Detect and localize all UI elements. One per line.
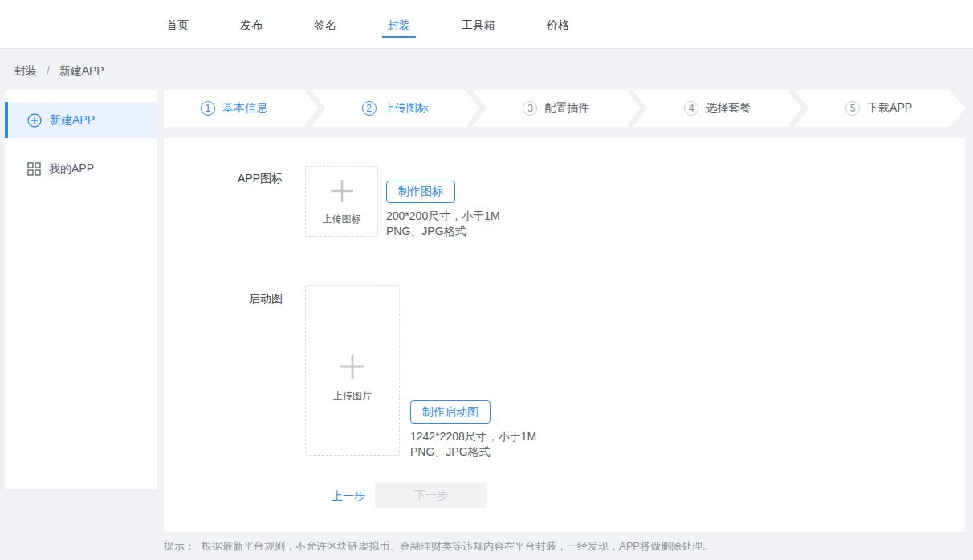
nav-item-toolbox[interactable]: 工具箱 — [456, 18, 501, 38]
nav-item-package[interactable]: 封装 — [382, 18, 416, 38]
step-label: 基本信息 — [222, 101, 267, 116]
main-panel: APP图标 上传图标 制作图标 200*200尺寸，小于1M PNG、JPG格式… — [164, 138, 965, 532]
step-1-basic-info: 1 基本信息 — [164, 101, 304, 116]
nav-item-home[interactable]: 首页 — [161, 18, 194, 38]
step-2-upload-icon: 2 上传图标 — [325, 101, 466, 116]
step-4-choose-plan: 4 选择套餐 — [647, 101, 788, 116]
step-number: 3 — [523, 101, 537, 116]
grid-icon — [27, 162, 41, 176]
steps-bar: 1 基本信息 2 上传图标 3 配置插件 4 选择套餐 5 下载APP — [164, 90, 949, 127]
plus-icon — [328, 177, 356, 205]
nav-item-publish[interactable]: 发布 — [234, 18, 268, 38]
splash-hint: 1242*2208尺寸，小于1M PNG、JPG格式 — [410, 429, 536, 460]
step-3-configure-plugins: 3 配置插件 — [486, 101, 627, 116]
breadcrumb: 封装 / 新建APP — [14, 64, 104, 79]
hint-size-line: 1242*2208尺寸，小于1M — [410, 429, 536, 444]
step-label: 配置插件 — [544, 101, 589, 116]
splash-upload-dropzone[interactable]: 上传图片 — [305, 285, 400, 456]
step-number: 4 — [684, 101, 698, 116]
hint-format-line: PNG、JPG格式 — [386, 224, 500, 239]
hint-size-line: 200*200尺寸，小于1M — [386, 209, 500, 224]
app-icon-label: APP图标 — [164, 172, 283, 185]
previous-step-button[interactable]: 上一步 — [332, 489, 365, 504]
nav-item-price[interactable]: 价格 — [541, 18, 575, 38]
nav-item-sign[interactable]: 签名 — [308, 18, 342, 38]
upload-caption: 上传图标 — [323, 213, 361, 226]
step-number: 1 — [201, 101, 215, 116]
step-label: 上传图标 — [384, 101, 429, 116]
chevron-right-icon — [304, 90, 325, 127]
tip-text: 根据最新平台规则，不允许区块链虚拟币、金融理财类等违规内容在平台封装，一经发现，… — [202, 540, 713, 552]
next-step-button[interactable]: 下一步 — [375, 483, 487, 508]
sidebar-item-my-app[interactable]: 我的APP — [5, 151, 157, 187]
step-5-download-app: 5 下载APP — [808, 101, 949, 116]
breadcrumb-item-package[interactable]: 封装 — [14, 64, 37, 77]
plus-icon — [338, 352, 367, 381]
top-header: 首页 发布 签名 封装 工具箱 价格 — [0, 0, 973, 49]
hint-format-line: PNG、JPG格式 — [410, 444, 536, 460]
sidebar-item-new-app[interactable]: 新建APP — [5, 102, 157, 138]
sidebar-item-label: 新建APP — [50, 113, 95, 128]
sidebar-item-label: 我的APP — [49, 162, 94, 177]
make-icon-button[interactable]: 制作图标 — [386, 181, 455, 203]
step-number: 5 — [845, 101, 860, 116]
footer-tip: 提示：根据最新平台规则，不允许区块链虚拟币、金融理财类等违规内容在平台封装，一经… — [164, 539, 713, 554]
step-label: 下载APP — [867, 101, 912, 116]
make-splash-button[interactable]: 制作启动图 — [410, 400, 491, 424]
step-label: 选择套餐 — [706, 101, 751, 116]
plus-circle-icon — [27, 113, 42, 128]
tip-label: 提示： — [164, 540, 195, 552]
step-number: 2 — [362, 101, 377, 116]
app-icon-upload-dropzone[interactable]: 上传图标 — [305, 166, 378, 237]
chevron-right-icon — [466, 90, 486, 127]
upload-caption: 上传图片 — [333, 389, 372, 403]
app-icon-hint: 200*200尺寸，小于1M PNG、JPG格式 — [386, 209, 500, 239]
breadcrumb-separator: / — [47, 64, 50, 77]
splash-image-label: 启动图 — [164, 292, 283, 305]
chevron-right-icon — [626, 90, 647, 127]
main-nav: 首页 发布 签名 封装 工具箱 价格 — [0, 0, 973, 38]
sidebar: 新建APP 我的APP — [5, 90, 157, 489]
chevron-right-icon — [788, 90, 808, 127]
breadcrumb-item-new-app: 新建APP — [59, 64, 104, 77]
